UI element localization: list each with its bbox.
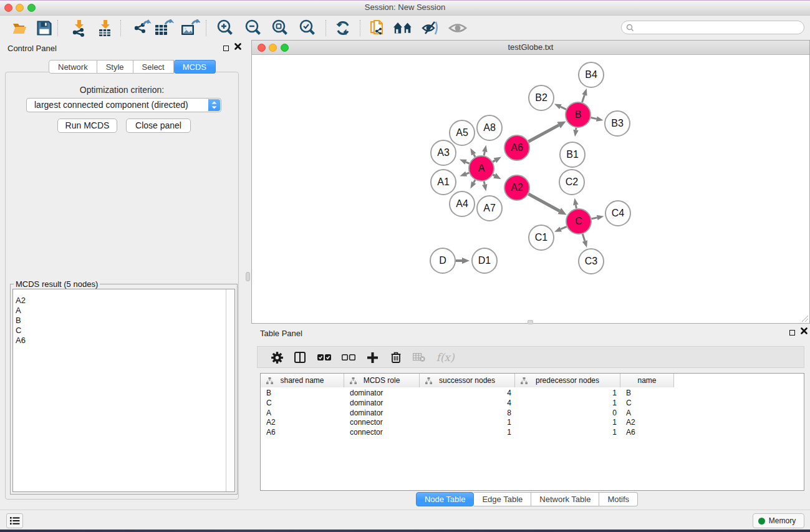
toolbar-separator bbox=[360, 20, 360, 36]
import-network-icon[interactable] bbox=[69, 18, 89, 38]
cell-shared-name: A2 bbox=[266, 417, 276, 427]
cell-name: A2 bbox=[626, 417, 635, 427]
edge-A-A7[interactable] bbox=[484, 181, 485, 185]
edge-A6-B[interactable] bbox=[528, 125, 559, 142]
edge-arrowhead bbox=[582, 89, 587, 96]
task-history-button[interactable] bbox=[6, 513, 23, 528]
search-input[interactable] bbox=[621, 21, 804, 34]
tab-style[interactable]: Style bbox=[97, 60, 133, 74]
maximize-window-button[interactable] bbox=[27, 4, 36, 12]
function-builder-icon[interactable]: f(x) bbox=[434, 350, 456, 365]
close-window-button[interactable] bbox=[4, 4, 12, 12]
mcds-result-item[interactable]: A6 bbox=[13, 336, 225, 346]
column-header-shared-name[interactable]: shared name bbox=[261, 374, 344, 387]
table-row-A[interactable]: Adominator80A bbox=[261, 408, 672, 418]
edge-A-A3[interactable] bbox=[466, 162, 469, 163]
show-panel-icon[interactable] bbox=[448, 18, 468, 38]
table-row-A2[interactable]: A2connector11A2 bbox=[261, 417, 672, 427]
zoom-fit-icon[interactable] bbox=[270, 18, 290, 38]
mcds-result-item[interactable]: A2 bbox=[13, 296, 225, 306]
edge-arrowhead bbox=[482, 145, 487, 152]
show-all-networks-icon[interactable] bbox=[393, 18, 413, 38]
edge-C-C2[interactable] bbox=[576, 205, 576, 208]
select-all-columns-icon[interactable] bbox=[316, 350, 332, 365]
table-close-icon[interactable] bbox=[801, 327, 808, 336]
mcds-result-item[interactable]: C bbox=[13, 326, 225, 336]
edge-A-A6[interactable] bbox=[493, 160, 495, 162]
vertical-splitter-grip[interactable] bbox=[246, 272, 250, 281]
tab-select[interactable]: Select bbox=[133, 60, 174, 74]
edge-A-A4[interactable] bbox=[474, 180, 475, 182]
edge-A-A5[interactable] bbox=[474, 154, 475, 157]
edge-B-B2[interactable] bbox=[561, 107, 566, 109]
horizontal-splitter-grip[interactable] bbox=[528, 320, 533, 324]
table-row-B[interactable]: Bdominator41B bbox=[261, 388, 672, 398]
save-session-icon[interactable] bbox=[34, 18, 54, 38]
network-maximize-button[interactable] bbox=[281, 44, 289, 52]
memory-button[interactable]: Memory bbox=[753, 513, 804, 528]
edge-B-B4[interactable] bbox=[582, 95, 585, 102]
network-canvas[interactable]: B4B2BB3A5A8A6A3B1AC2A1A2A4A7C4CC1C3DD1 bbox=[252, 55, 809, 323]
cell-predecessor-nodes: 1 bbox=[515, 427, 617, 437]
zoom-selected-icon[interactable] bbox=[297, 18, 317, 38]
deselect-all-columns-icon[interactable] bbox=[340, 350, 357, 365]
export-table-icon[interactable] bbox=[154, 18, 174, 38]
edge-C-C4[interactable] bbox=[592, 218, 597, 219]
add-column-icon[interactable] bbox=[364, 350, 380, 365]
column-header-predecessor-nodes[interactable]: predecessor nodes bbox=[515, 374, 620, 387]
zoom-out-icon[interactable] bbox=[243, 18, 263, 38]
edge-B-B3[interactable] bbox=[591, 118, 596, 119]
minimize-window-button[interactable] bbox=[16, 4, 24, 12]
tab-network-table[interactable]: Network Table bbox=[531, 492, 599, 506]
column-layout-icon[interactable] bbox=[292, 350, 308, 365]
import-table-icon[interactable] bbox=[95, 18, 115, 38]
tab-node-table[interactable]: Node Table bbox=[416, 492, 475, 506]
network-close-button[interactable] bbox=[258, 44, 266, 52]
table-row-A6[interactable]: A6connector11A6 bbox=[261, 427, 672, 437]
table-row-C[interactable]: Cdominator41C bbox=[261, 398, 672, 408]
table-settings-icon[interactable] bbox=[269, 350, 285, 365]
table-float-icon[interactable] bbox=[789, 330, 795, 336]
close-panel-button[interactable]: Close panel bbox=[126, 118, 191, 133]
zoom-in-icon[interactable] bbox=[215, 18, 235, 38]
column-type-icon bbox=[425, 377, 432, 384]
export-network-icon[interactable] bbox=[132, 18, 152, 38]
mcds-result-item[interactable]: B bbox=[13, 316, 225, 326]
node-table[interactable]: shared nameMCDS rolesuccessor nodesprede… bbox=[260, 373, 804, 491]
tab-network[interactable]: Network bbox=[49, 60, 97, 74]
edge-C-C3[interactable] bbox=[582, 234, 585, 241]
tab-motifs[interactable]: Motifs bbox=[599, 492, 638, 506]
float-panel-icon[interactable] bbox=[223, 46, 229, 51]
column-header-successor-nodes[interactable]: successor nodes bbox=[420, 374, 515, 387]
window-resize-grip[interactable] bbox=[801, 315, 809, 322]
edge-B-B1[interactable] bbox=[576, 128, 577, 130]
network-graph[interactable]: B4B2BB3A5A8A6A3B1AC2A1A2A4A7C4CC1C3DD1 bbox=[252, 55, 809, 324]
copy-network-icon[interactable] bbox=[368, 18, 388, 38]
column-header-name[interactable]: name bbox=[620, 374, 674, 387]
optimization-criterion-select[interactable]: largest connected component (directed) bbox=[26, 98, 221, 112]
edge-A2-C[interactable] bbox=[528, 194, 559, 211]
network-window-titlebar[interactable]: testGlobe.txt bbox=[252, 41, 809, 55]
edge-A-A1[interactable] bbox=[466, 173, 470, 174]
delete-column-icon[interactable] bbox=[388, 350, 404, 365]
refresh-layout-icon[interactable] bbox=[333, 18, 353, 38]
edge-arrowhead bbox=[554, 227, 562, 232]
mcds-result-scrollbar[interactable] bbox=[226, 289, 234, 491]
network-minimize-button[interactable] bbox=[269, 44, 277, 52]
tab-mcds[interactable]: MCDS bbox=[174, 60, 216, 74]
export-image-icon[interactable] bbox=[180, 18, 200, 38]
edge-C-C1[interactable] bbox=[561, 226, 567, 229]
open-file-icon[interactable] bbox=[10, 18, 30, 38]
edge-A-A2[interactable] bbox=[493, 175, 494, 176]
close-panel-icon[interactable] bbox=[234, 43, 241, 52]
mcds-result-item[interactable]: A bbox=[13, 306, 225, 316]
column-header-MCDS-role[interactable]: MCDS role bbox=[344, 374, 420, 387]
run-mcds-button[interactable]: Run MCDS bbox=[57, 118, 117, 133]
mcds-result-list[interactable]: A2ABCA6 bbox=[12, 289, 235, 492]
desktop-top-edge bbox=[0, 0, 810, 1]
tab-edge-table[interactable]: Edge Table bbox=[474, 492, 531, 506]
hide-panel-icon[interactable] bbox=[420, 18, 440, 38]
delete-table-icon[interactable] bbox=[411, 350, 427, 365]
node-label-A8: A8 bbox=[483, 122, 496, 133]
edge-A-A8[interactable] bbox=[484, 152, 485, 155]
